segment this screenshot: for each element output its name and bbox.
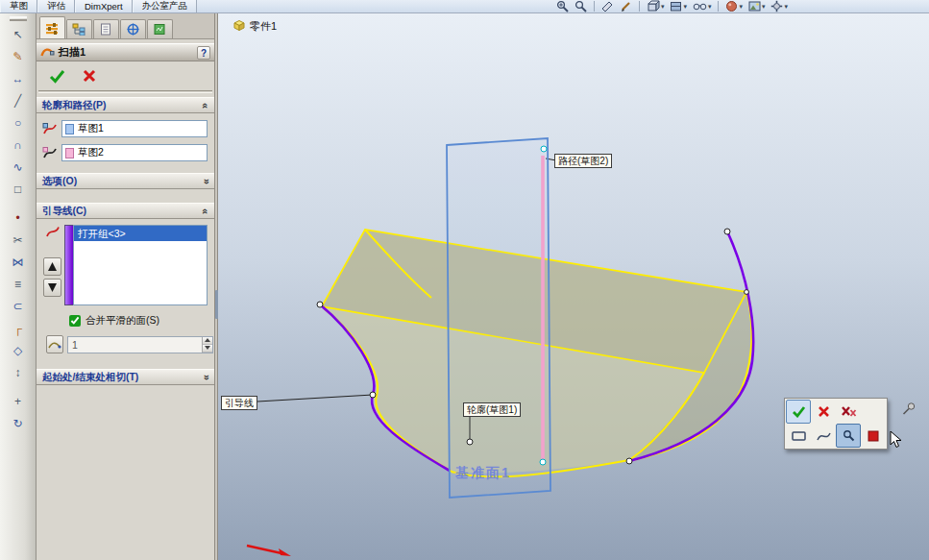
coordinate-triad <box>245 541 303 560</box>
view-orientation-icon[interactable]: ▾ <box>646 0 666 12</box>
path-input[interactable] <box>78 147 204 158</box>
path-callout[interactable]: 路径(草图2) <box>554 154 612 168</box>
profile-field[interactable] <box>61 120 208 137</box>
plane-name-label: 基准面1 <box>455 465 511 482</box>
display-style-icon[interactable]: ▾ <box>669 0 688 12</box>
collapse-chevron-icon[interactable]: « <box>200 102 211 108</box>
attributes-tab[interactable] <box>93 19 119 38</box>
command-tabs-bar: 草图 评估 DimXpert 办公室产品 ▾ ▾ ▾ ▾ ▾ ▾ <box>0 0 929 13</box>
left-toolbar: ↖✎↔╱○∩∿□•✂⋈≡⊂┌◇↕+↻ <box>0 13 37 560</box>
spin-down-icon[interactable] <box>203 345 212 353</box>
guide-callout[interactable]: 引导线 <box>221 396 257 410</box>
part-tree-root[interactable]: 零件1 <box>232 19 277 34</box>
circle-icon[interactable]: ○ <box>6 112 31 133</box>
profile-row <box>41 120 208 137</box>
rotate-view-icon[interactable]: ↻ <box>6 413 31 433</box>
propertymanager-tab[interactable] <box>39 16 65 38</box>
ok-button[interactable] <box>46 66 67 85</box>
solidworks-window: 草图 评估 DimXpert 办公室产品 ▾ ▾ ▾ ▾ ▾ ▾ ↖✎↔╱○∩∿… <box>0 0 929 560</box>
displaymanager-tab[interactable] <box>147 19 173 38</box>
spline-tool-icon[interactable] <box>811 424 836 448</box>
profile-callout[interactable]: 轮廓(草图1) <box>463 402 521 417</box>
empty-slot <box>861 400 886 424</box>
smart-dimension-icon[interactable]: ↔ <box>6 68 31 88</box>
expand-chevron-icon[interactable]: « <box>200 374 211 379</box>
guide-influence-field[interactable] <box>67 336 213 353</box>
guide-list-item-selected[interactable]: 打开组<3> <box>74 226 207 241</box>
fillet-icon[interactable]: ┌ <box>6 318 31 338</box>
help-button[interactable]: ? <box>197 46 210 60</box>
ok-button[interactable] <box>786 400 811 424</box>
manager-pane-tabs <box>37 13 214 39</box>
guide-color-strip <box>64 225 73 305</box>
line-icon[interactable]: ╱ <box>6 90 31 110</box>
cancel-all-button[interactable] <box>836 400 861 424</box>
sketch-plane-rectangle[interactable] <box>447 138 550 498</box>
plane-icon[interactable]: ◇ <box>6 340 31 360</box>
collapse-chevron-icon[interactable]: « <box>200 207 211 213</box>
guide-curves-listbox[interactable]: 打开组<3> <box>73 225 208 305</box>
zoom-tool-icon[interactable] <box>836 424 861 448</box>
tab-dimxpert[interactable]: DimXpert <box>75 0 133 12</box>
sweep-path-icon <box>41 146 59 159</box>
spin-up-icon[interactable] <box>203 337 212 345</box>
stop-icon[interactable] <box>861 424 886 448</box>
path-field[interactable] <box>61 144 208 161</box>
sweep-profile-icon <box>41 122 59 135</box>
move-icon[interactable]: + <box>6 391 31 411</box>
trim-icon[interactable]: ✂ <box>6 230 31 250</box>
section-start-end-tangency[interactable]: 起始处/结束处相切(T) « <box>37 369 214 385</box>
zoom-in-icon[interactable] <box>555 0 570 12</box>
section-options[interactable]: 选项(O) « <box>37 173 214 189</box>
tab-evaluate[interactable]: 评估 <box>37 0 75 12</box>
section-profile-path[interactable]: 轮廓和路径(P) « <box>37 97 214 113</box>
guide-influence-input[interactable] <box>68 337 202 353</box>
arc-icon[interactable]: ∩ <box>6 134 31 155</box>
floating-shortcut-toolbar <box>784 398 888 450</box>
guide-influence-icon <box>46 335 63 353</box>
mirror-icon[interactable]: ⋈ <box>6 252 31 272</box>
convert-entities-icon[interactable]: ⊂ <box>6 296 31 316</box>
expand-chevron-icon[interactable]: « <box>200 178 211 183</box>
featuremanager-tab[interactable] <box>66 19 92 38</box>
merge-smooth-faces-checkbox[interactable] <box>69 315 81 327</box>
tab-sketch[interactable]: 草图 <box>0 0 37 12</box>
guide-curves-group: 打开组<3> <box>40 225 208 305</box>
tab-office-products[interactable]: 办公室产品 <box>133 0 198 12</box>
offset-icon[interactable]: ≡ <box>6 274 31 294</box>
select-arrow-icon[interactable]: ↖ <box>6 24 31 44</box>
section-guide-curves[interactable]: 引导线(C) « <box>37 203 214 219</box>
move-up-button[interactable] <box>43 257 61 276</box>
path-color-swatch <box>65 148 74 158</box>
section-tangency-label: 起始处/结束处相切(T) <box>42 371 138 384</box>
configurationmanager-tab[interactable] <box>120 19 146 38</box>
zoom-fit-icon[interactable] <box>574 0 588 12</box>
apply-scene-icon[interactable]: ▾ <box>747 0 767 12</box>
swept-surface-model[interactable] <box>218 13 929 560</box>
edit-appearance-icon[interactable]: ▾ <box>724 0 744 12</box>
section-options-label: 选项(O) <box>42 175 77 188</box>
cancel-button[interactable] <box>79 66 100 85</box>
spinner-buttons[interactable] <box>202 337 212 353</box>
section-profile-path-label: 轮廓和路径(P) <box>42 99 107 112</box>
spline-icon[interactable]: ∿ <box>6 157 31 177</box>
cancel-button[interactable] <box>811 400 836 424</box>
toolbar-separator <box>594 1 595 12</box>
move-down-button[interactable] <box>43 279 61 297</box>
merge-smooth-faces-label: 合并平滑的面(S) <box>86 314 159 328</box>
sketch-pencil-icon[interactable] <box>619 0 633 12</box>
profile-input[interactable] <box>78 123 204 134</box>
view-settings-icon[interactable]: ▾ <box>770 0 789 12</box>
panel-divider <box>38 90 212 93</box>
rectangle-tool-icon[interactable] <box>786 424 811 448</box>
rectangle-icon[interactable]: □ <box>6 179 31 199</box>
mouse-cursor-icon <box>890 431 903 450</box>
toolbar-grip[interactable] <box>10 16 27 21</box>
axis-icon[interactable]: ↕ <box>6 362 31 382</box>
viewport-3d[interactable]: 零件1 <box>218 13 929 560</box>
hide-show-items-icon[interactable]: ▾ <box>692 0 713 12</box>
section-view-icon[interactable] <box>600 0 615 12</box>
pin-icon[interactable] <box>902 402 917 418</box>
sketch-pencil-icon[interactable]: ✎ <box>6 46 31 66</box>
point-icon[interactable]: • <box>6 207 31 228</box>
